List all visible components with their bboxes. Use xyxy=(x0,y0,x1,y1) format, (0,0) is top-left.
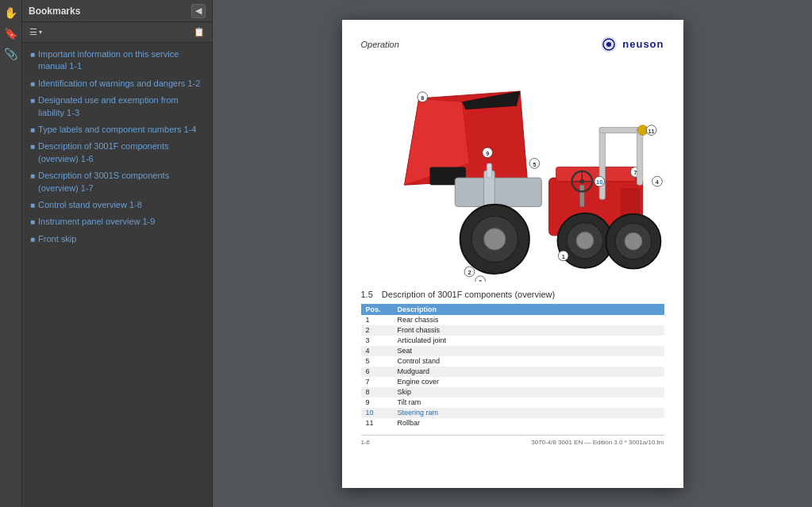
table-row: 5Control stand xyxy=(361,356,664,367)
list-item[interactable]: ■ Identification of warnings and dangers… xyxy=(22,75,212,92)
bookmark-label: Important information on this service ma… xyxy=(38,48,206,73)
desc-cell: Front chassis xyxy=(393,325,664,336)
bookmark-label: Description of 3001F components (overvie… xyxy=(38,140,206,165)
list-item[interactable]: ■ Type labels and component numbers 1-4 xyxy=(22,121,212,138)
desc-cell: Control stand xyxy=(393,356,664,367)
sidebar-header: Bookmarks ◀ xyxy=(22,0,212,22)
section-label: Operation xyxy=(361,40,399,49)
desc-cell: Steering ram xyxy=(393,408,664,418)
pos-cell: 9 xyxy=(361,398,393,408)
table-row: 9Tilt ram xyxy=(361,398,664,408)
svg-point-52 xyxy=(624,232,641,250)
pos-cell: 10 xyxy=(361,408,393,418)
desc-cell: Articulated joint xyxy=(393,336,664,346)
pos-cell: 5 xyxy=(361,356,393,367)
col-desc-header: Description xyxy=(393,304,664,315)
table-row: 4Seat xyxy=(361,346,664,356)
svg-text:1: 1 xyxy=(561,252,564,259)
hand-icon[interactable]: ✋ xyxy=(2,3,21,22)
bookmark-label: Type labels and component numbers 1-4 xyxy=(38,124,196,136)
main-content: Operation neuson xyxy=(213,0,812,507)
table-row: 10Steering ram xyxy=(361,408,664,418)
list-item[interactable]: ■ Designated use and exemption from liab… xyxy=(22,92,212,121)
table-row: 8Skip xyxy=(361,387,664,398)
sidebar: Bookmarks ◀ ☰ ▾ 📋 ■ Important informatio… xyxy=(22,0,213,507)
bookmark-icon: ■ xyxy=(30,96,35,105)
sidebar-bookmark-list[interactable]: ■ Important information on this service … xyxy=(22,43,212,507)
table-row: 7Engine cover xyxy=(361,377,664,387)
bookmark-icon: ■ xyxy=(30,79,35,88)
pos-cell: 11 xyxy=(361,418,393,428)
bookmark-panel-icon[interactable]: 🔖 xyxy=(2,24,21,43)
sidebar-menu-button[interactable]: ☰ ▾ xyxy=(27,26,44,38)
pdf-page: Operation neuson xyxy=(342,20,683,488)
pos-cell: 7 xyxy=(361,377,393,387)
pdf-footer: 1-6 3070-4/8 3001 EN — Edition 3.0 * 300… xyxy=(361,435,664,446)
pos-cell: 4 xyxy=(361,346,393,356)
desc-cell: Engine cover xyxy=(393,377,664,387)
svg-text:4: 4 xyxy=(655,179,658,186)
bookmark-icon: ■ xyxy=(30,142,35,151)
svg-text:8: 8 xyxy=(421,94,424,101)
bookmark-icon: ■ xyxy=(30,217,35,226)
desc-cell: Skip xyxy=(393,387,664,398)
svg-point-42 xyxy=(483,228,505,249)
list-item[interactable]: ■ Front skip xyxy=(22,231,212,248)
machine-illustration: 8 9 5 xyxy=(361,60,664,282)
pdf-header: Operation neuson xyxy=(361,36,664,53)
table-row: 11Rollbar xyxy=(361,418,664,428)
bookmark-label: Designated use and exemption from liabil… xyxy=(38,94,206,119)
neuson-logo-icon xyxy=(600,36,618,53)
bookmark-icon: ■ xyxy=(30,201,35,209)
page-number: 1-6 xyxy=(361,439,371,446)
svg-text:9: 9 xyxy=(486,149,489,156)
list-item[interactable]: ■ Description of 3001S components (overv… xyxy=(22,167,212,197)
svg-rect-32 xyxy=(579,185,583,206)
svg-text:3: 3 xyxy=(479,278,482,281)
list-item[interactable]: ■ Control stand overview 1-8 xyxy=(22,197,212,213)
brand-area: neuson xyxy=(600,36,664,53)
desc-cell: Rollbar xyxy=(393,418,664,428)
bookmark-label: Control stand overview 1-8 xyxy=(38,199,142,211)
desc-cell: Rear chassis xyxy=(393,315,664,325)
sidebar-title: Bookmarks xyxy=(29,6,80,17)
svg-rect-28 xyxy=(637,127,642,185)
list-item[interactable]: ■ Description of 3001F components (overv… xyxy=(22,138,212,167)
paperclip-icon[interactable]: 📎 xyxy=(2,44,21,63)
bookmark-icon: ■ xyxy=(30,235,35,244)
brand-name: neuson xyxy=(622,38,664,50)
pos-cell: 1 xyxy=(361,315,393,325)
svg-text:7: 7 xyxy=(633,169,637,176)
bookmark-icon: ■ xyxy=(30,125,35,134)
svg-point-49 xyxy=(576,232,594,249)
bookmark-icon: ■ xyxy=(30,171,35,180)
svg-text:5: 5 xyxy=(533,160,536,167)
bookmark-label: Instrument panel overview 1-9 xyxy=(38,216,155,228)
list-item[interactable]: ■ Important information on this service … xyxy=(22,46,212,75)
section-title: Description of 3001F components (overvie… xyxy=(382,290,555,299)
sidebar-collapse-button[interactable]: ◀ xyxy=(191,4,206,18)
pos-cell: 3 xyxy=(361,336,393,346)
col-pos-header: Pos. xyxy=(361,304,393,315)
list-item[interactable]: ■ Instrument panel overview 1-9 xyxy=(22,213,212,230)
desc-cell: Seat xyxy=(393,346,664,356)
table-row: 2Front chassis xyxy=(361,325,664,336)
section-number: 1.5 xyxy=(361,290,373,299)
table-row: 1Rear chassis xyxy=(361,315,664,325)
components-table: Pos. Description 1Rear chassis2Front cha… xyxy=(361,304,664,428)
desc-cell: Tilt ram xyxy=(393,398,664,408)
svg-point-2 xyxy=(606,42,611,47)
machine-svg: 8 9 5 xyxy=(361,60,664,282)
bookmark-icon: ■ xyxy=(30,50,35,59)
desc-cell: Mudguard xyxy=(393,367,664,377)
svg-text:10: 10 xyxy=(596,179,602,186)
table-row: 3Articulated joint xyxy=(361,336,664,346)
menu-icon: ☰ xyxy=(29,27,37,37)
sidebar-action-button[interactable]: 📋 xyxy=(191,26,207,38)
action-icon: 📋 xyxy=(194,27,205,37)
left-toolbar: ✋ 🔖 📎 xyxy=(0,0,22,507)
svg-rect-27 xyxy=(599,127,643,133)
doc-reference: 3070-4/8 3001 EN — Edition 3.0 * 3001a/1… xyxy=(531,439,664,446)
svg-rect-12 xyxy=(455,178,541,206)
bookmark-label: Identification of warnings and dangers 1… xyxy=(38,78,200,90)
